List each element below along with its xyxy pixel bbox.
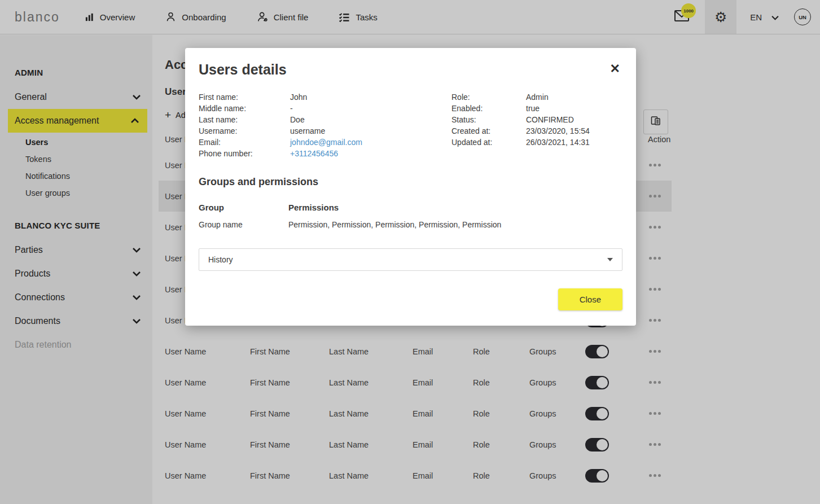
field-label: Last name:	[199, 115, 290, 124]
field-label: Created at:	[451, 126, 526, 135]
field-value[interactable]: johndoe@gmail.com	[290, 138, 362, 147]
field-value: Doe	[290, 115, 305, 124]
details-column-left: First name:JohnMiddle name:-Last name:Do…	[199, 91, 451, 159]
group-row: Group namePermission, Permission, Permis…	[199, 220, 622, 229]
detail-field-created-at: Created at:23/03/2020, 15:54	[451, 125, 622, 137]
detail-field-phone-number: Phone number:+3112456456	[199, 148, 451, 159]
user-details: First name:JohnMiddle name:-Last name:Do…	[199, 91, 622, 159]
field-label: Phone number:	[199, 149, 290, 158]
groups-table-body: Group namePermission, Permission, Permis…	[199, 220, 622, 229]
detail-field-middle-name: Middle name:-	[199, 103, 451, 114]
field-value: 23/03/2020, 15:54	[526, 126, 590, 135]
field-label: Enabled:	[451, 104, 526, 113]
modal-header: Users details ✕	[199, 62, 622, 78]
field-value: -	[290, 104, 293, 113]
detail-field-last-name: Last name:Doe	[199, 114, 451, 125]
field-value: username	[290, 126, 325, 135]
field-value[interactable]: +3112456456	[290, 149, 338, 158]
detail-field-first-name: First name:John	[199, 91, 451, 103]
detail-field-username: Username:username	[199, 125, 451, 137]
group-name: Group name	[199, 220, 288, 229]
field-value: true	[526, 104, 540, 113]
permissions-column-header: Permissions	[288, 203, 339, 212]
group-column-header: Group	[199, 203, 288, 212]
field-label: Middle name:	[199, 104, 290, 113]
detail-field-status: Status:CONFIRMED	[451, 114, 622, 125]
close-button[interactable]: Close	[558, 288, 622, 310]
caret-down-icon	[607, 258, 613, 261]
detail-field-role: Role:Admin	[451, 91, 622, 103]
modal-title: Users details	[199, 62, 287, 78]
groups-permissions-heading: Groups and permissions	[199, 176, 622, 188]
history-dropdown[interactable]: History	[199, 248, 622, 271]
field-label: First name:	[199, 93, 290, 102]
modal-footer: Close	[199, 288, 622, 310]
close-icon[interactable]: ✕	[608, 62, 622, 76]
field-value: 26/03/2021, 14:31	[526, 138, 590, 147]
field-value: CONFIRMED	[526, 115, 574, 124]
field-value: John	[290, 93, 307, 102]
detail-field-email: Email:johndoe@gmail.com	[199, 137, 451, 148]
field-label: Updated at:	[451, 138, 526, 147]
field-value: Admin	[526, 93, 549, 102]
history-label: History	[208, 255, 233, 264]
groups-table-header: Group Permissions	[199, 203, 622, 212]
field-label: Username:	[199, 126, 290, 135]
field-label: Email:	[199, 138, 290, 147]
details-column-right: Role:AdminEnabled:trueStatus:CONFIRMEDCr…	[451, 91, 622, 159]
field-label: Role:	[451, 93, 526, 102]
detail-field-enabled: Enabled:true	[451, 103, 622, 114]
detail-field-updated-at: Updated at:26/03/2021, 14:31	[451, 137, 622, 148]
group-permissions: Permission, Permission, Permission, Perm…	[288, 220, 501, 229]
users-details-modal: Users details ✕ First name:JohnMiddle na…	[185, 48, 636, 326]
field-label: Status:	[451, 115, 526, 124]
